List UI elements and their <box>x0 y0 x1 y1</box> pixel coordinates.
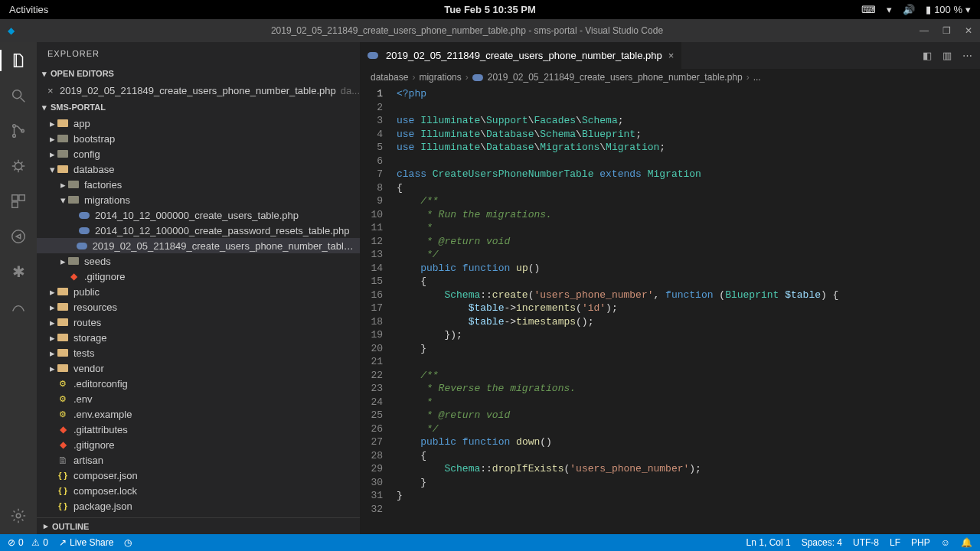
explorer-title: EXPLORER <box>37 42 360 65</box>
window-title-bar: ◆ 2019_02_05_211849_create_users_phone_n… <box>0 19 980 42</box>
wifi-icon[interactable]: ▾ <box>887 4 892 15</box>
status-feedback-icon[interactable]: ☺ <box>941 537 950 548</box>
breadcrumb[interactable]: database›migrations›2019_02_05_211849_cr… <box>360 69 980 86</box>
status-cursor[interactable]: Ln 1, Col 1 <box>746 537 791 548</box>
battery-indicator[interactable]: ▮ 100 % ▾ <box>926 4 971 15</box>
svg-point-8 <box>12 230 25 243</box>
tree-item-tests[interactable]: ▸tests <box>37 345 360 360</box>
folder-icon <box>67 194 80 206</box>
status-eol[interactable]: LF <box>890 537 900 548</box>
tree-item-vendor[interactable]: ▸vendor <box>37 360 360 376</box>
tree-item-factories[interactable]: ▸factories <box>37 177 360 192</box>
php-file-icon <box>368 52 378 59</box>
open-editors-heading[interactable]: ▾Open Editors <box>37 65 360 82</box>
status-encoding[interactable]: UTF-8 <box>853 537 879 548</box>
tree-item-label: vendor <box>74 363 104 374</box>
tree-item-label: 2014_10_12_000000_create_users_table.php <box>95 210 299 221</box>
liveshare-icon[interactable] <box>9 227 28 246</box>
svg-rect-7 <box>12 202 18 207</box>
tree-item-2019-02-05-211849-create-users-phone-number-table-php[interactable]: 2019_02_05_211849_create_users_phone_num… <box>37 238 360 253</box>
tree-item-migrations[interactable]: ▾migrations <box>37 192 360 207</box>
breadcrumb-part[interactable]: database <box>371 72 408 83</box>
tree-item-artisan[interactable]: 🗎artisan <box>37 452 360 468</box>
tree-item-composer-json[interactable]: { }composer.json <box>37 468 360 483</box>
status-indent[interactable]: Spaces: 4 <box>802 537 842 548</box>
tree-item-label: routes <box>74 317 101 328</box>
folder-icon <box>57 117 69 129</box>
extra-icon[interactable]: ✱ <box>9 262 28 281</box>
activities-button[interactable]: Activities <box>9 4 48 15</box>
env-icon: ⚙ <box>57 377 69 390</box>
tree-item-label: factories <box>84 179 122 191</box>
tree-item-public[interactable]: ▸public <box>37 284 360 299</box>
tree-item--gitignore[interactable]: ◆.gitignore <box>37 269 360 284</box>
breadcrumb-part[interactable]: ... <box>753 72 761 83</box>
env-icon: ⚙ <box>57 393 69 405</box>
settings-gear-icon[interactable] <box>9 507 28 525</box>
status-problems[interactable]: ⊘ 0 ⚠ 0 <box>8 537 48 548</box>
tree-item-label: package.json <box>74 500 132 512</box>
tree-item-label: composer.json <box>74 470 138 481</box>
tree-item-package-json[interactable]: { }package.json <box>37 498 360 514</box>
tree-item--env-example[interactable]: ⚙.env.example <box>37 406 360 422</box>
tree-item-routes[interactable]: ▸routes <box>37 315 360 330</box>
activity-bar: ✱ <box>0 42 37 534</box>
split-editor-icon[interactable]: ▥ <box>942 50 952 61</box>
tree-item-2014-10-12-100000-create-password-resets-table-php[interactable]: 2014_10_12_100000_create_password_resets… <box>37 223 360 238</box>
keyboard-icon[interactable]: ⌨ <box>861 4 876 15</box>
editor-tab[interactable]: 2019_02_05_211849_create_users_phone_num… <box>360 42 682 69</box>
code-editor[interactable]: 1234567891011121314151617181920212223242… <box>360 86 980 534</box>
breadcrumb-part[interactable]: 2019_02_05_211849_create_users_phone_num… <box>488 72 743 83</box>
breadcrumb-part[interactable]: migrations <box>419 72 461 83</box>
compare-icon[interactable]: ◧ <box>923 50 932 61</box>
os-status-area[interactable]: ⌨ ▾ 🔊 ▮ 100 % ▾ <box>861 4 971 15</box>
tree-item--gitattributes[interactable]: ◆.gitattributes <box>37 422 360 437</box>
tree-item-seeds[interactable]: ▸seeds <box>37 253 360 269</box>
minimize-button[interactable]: — <box>920 25 929 36</box>
file-tree: ▸app▸bootstrap▸config▾database▸factories… <box>37 116 360 517</box>
tree-item-2014-10-12-000000-create-users-table-php[interactable]: 2014_10_12_000000_create_users_table.php <box>37 207 360 223</box>
status-language[interactable]: PHP <box>911 537 930 548</box>
more-actions-icon[interactable]: ⋯ <box>962 50 972 61</box>
tree-item-database[interactable]: ▾database <box>37 161 360 177</box>
svg-point-0 <box>13 90 21 99</box>
svg-rect-5 <box>12 195 18 201</box>
svg-point-1 <box>13 125 16 128</box>
status-bell-icon[interactable]: 🔔 <box>961 537 972 548</box>
explorer-icon[interactable] <box>9 51 28 70</box>
svg-point-2 <box>13 135 16 138</box>
search-icon[interactable] <box>9 86 28 105</box>
folder-icon <box>57 331 69 344</box>
folder-icon <box>67 255 80 267</box>
outline-heading[interactable]: ▸OUTLINE <box>37 517 360 534</box>
tree-item-config[interactable]: ▸config <box>37 146 360 161</box>
tree-item-app[interactable]: ▸app <box>37 116 360 131</box>
os-clock[interactable]: Tue Feb 5 10:35 PM <box>444 4 536 15</box>
tab-close-icon[interactable]: × <box>668 50 675 61</box>
status-liveshare[interactable]: ↗ Live Share <box>59 537 113 548</box>
tree-item-storage[interactable]: ▸storage <box>37 330 360 345</box>
project-heading[interactable]: ▾SMS-PORTAL <box>37 99 360 116</box>
close-editor-icon[interactable]: × <box>47 85 60 96</box>
code-content[interactable]: <?php use Illuminate\Support\Facades\Sch… <box>397 86 980 534</box>
tree-item--gitignore[interactable]: ◆.gitignore <box>37 437 360 452</box>
folder-icon <box>57 148 69 160</box>
tree-item-label: .gitignore <box>84 271 125 282</box>
tree-item-bootstrap[interactable]: ▸bootstrap <box>37 131 360 146</box>
tree-item-resources[interactable]: ▸resources <box>37 299 360 315</box>
extra2-icon[interactable] <box>9 298 28 316</box>
maximize-button[interactable]: ❐ <box>942 25 951 36</box>
source-control-icon[interactable] <box>9 122 28 140</box>
close-button[interactable]: ✕ <box>965 25 972 36</box>
volume-icon[interactable]: 🔊 <box>903 4 915 15</box>
status-clock-icon[interactable]: ◷ <box>124 537 132 548</box>
extensions-icon[interactable] <box>9 192 28 210</box>
tree-item-label: database <box>74 164 115 175</box>
folder-icon <box>67 178 80 191</box>
debug-icon[interactable] <box>9 157 28 175</box>
tree-item--env[interactable]: ⚙.env <box>37 391 360 406</box>
vscode-logo-icon: ◆ <box>8 25 15 36</box>
tree-item-composer-lock[interactable]: { }composer.lock <box>37 483 360 498</box>
open-editor-item[interactable]: × 2019_02_05_211849_create_users_phone_n… <box>37 82 360 99</box>
tree-item--editorconfig[interactable]: ⚙.editorconfig <box>37 376 360 391</box>
